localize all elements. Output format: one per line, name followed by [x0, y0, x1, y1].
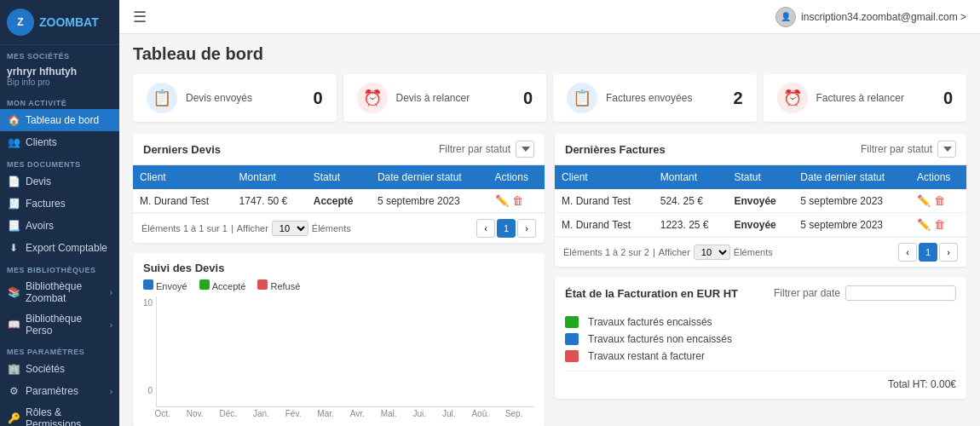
devis-col-actions: Actions [488, 165, 545, 189]
edit-icon2[interactable]: ✏️ [917, 194, 931, 207]
sidebar-item-avoirs[interactable]: 📃 Avoirs [0, 215, 119, 237]
factures-prev-page[interactable]: ‹ [898, 243, 917, 262]
devis-pagination-info: Éléments 1 à 1 sur 1 | Afficher 10 Éléme… [141, 221, 351, 236]
chart-area [156, 296, 534, 407]
factures-row-client: M. Durand Test [555, 213, 654, 237]
devis-prev-page[interactable]: ‹ [476, 219, 495, 238]
sidebar-label-devis: Devis [26, 176, 51, 187]
delete-icon[interactable]: 🗑 [512, 194, 523, 207]
billing-legend-1: Travaux facturés encaissés [565, 316, 956, 328]
factures-items-info: Éléments 1 à 2 sur 2 [563, 247, 649, 257]
billing-date-input[interactable] [845, 285, 956, 301]
factures-filter-row: Filtrer par statut [861, 141, 956, 158]
billing-filter-label: Filtrer par date [774, 287, 840, 299]
devis-envoyes-label-wrap: Devis envoyés [186, 92, 252, 104]
devis-page-1[interactable]: 1 [497, 219, 516, 238]
billing-title: État de la Facturation en EUR HT [565, 287, 738, 300]
etat-facturation-section: État de la Facturation en EUR HT Filtrer… [555, 277, 966, 399]
devis-relancer-label: Devis à relancer [396, 92, 470, 104]
devis-elements-label: Éléments [312, 223, 351, 233]
chart-container: 10 0 [143, 296, 534, 407]
main-area: ☰ 👤 inscription34.zoombat@gmail.com > Ta… [119, 0, 980, 426]
left-column: Derniers Devis Filtrer par statut Client… [133, 134, 545, 426]
billing-dot-1 [565, 316, 579, 328]
billing-dot-3 [565, 350, 579, 362]
sidebar-label-avoirs: Avoirs [26, 220, 54, 232]
devis-col-date: Date dernier statut [371, 165, 488, 189]
invoice-icon: 🧾 [7, 197, 20, 210]
factures-relancer-icon: ⏰ [777, 83, 808, 113]
derniers-devis-title: Derniers Devis [143, 143, 221, 156]
sidebar-label-tableau: Tableau de bord [26, 114, 99, 126]
edit-icon2[interactable]: ✏️ [917, 218, 931, 231]
company-name: yrhryr hfhutyh [7, 66, 112, 78]
delete-icon2[interactable]: 🗑 [934, 194, 945, 207]
chevron-right-icon3: › [110, 387, 112, 396]
devis-filter-row: Filtrer par statut [439, 141, 534, 158]
page-title: Tableau de bord [133, 44, 966, 64]
factures-filter-select[interactable] [937, 141, 956, 158]
factures-row-statut: Envoyée [727, 189, 793, 213]
factures-page-size-select[interactable]: 10 [694, 245, 730, 260]
devis-row-actions: ✏️ 🗑 [488, 189, 545, 213]
devis-row-client: M. Durand Test [133, 189, 233, 213]
factures-page-controls: ‹ 1 › [898, 243, 958, 262]
key-icon: 🔑 [7, 412, 20, 425]
section-label-documents: MES DOCUMENTS [0, 153, 119, 170]
devis-filter-select[interactable] [516, 141, 534, 158]
gear-icon: ⚙ [7, 384, 20, 398]
devis-relancer-icon: ⏰ [357, 83, 388, 113]
delete-icon2[interactable]: 🗑 [934, 218, 945, 231]
billing-header: État de la Facturation en EUR HT Filtrer… [565, 285, 956, 301]
factures-relancer-value: 0 [943, 89, 953, 108]
building-icon: 🏢 [7, 362, 20, 376]
legend-accepte: Accepté [199, 279, 246, 291]
suivi-devis-legend: Envoyé Accepté Refusé [143, 279, 534, 291]
factures-next-page[interactable]: › [939, 243, 958, 262]
billing-dot-2 [565, 333, 579, 345]
user-menu[interactable]: 👤 inscription34.zoombat@gmail.com > [775, 7, 966, 27]
factures-envoyees-label: Factures envoyées [606, 92, 692, 104]
chart-x-labels: Oct. Nov. Déc. Jan. Fév. Mar. Avr. Mai. … [143, 407, 534, 418]
sidebar: Z ZOOMBAT MES SOCIÉTÉS yrhryr hfhutyh Bi… [0, 0, 119, 426]
edit-icon[interactable]: ✏️ [495, 194, 509, 207]
file-icon: 📄 [7, 175, 20, 188]
sidebar-item-tableau-de-bord[interactable]: 🏠 Tableau de bord [0, 109, 119, 131]
dernieres-factures-section: Dernières Factures Filtrer par statut Cl… [555, 134, 966, 267]
content-area: Tableau de bord 📋 Devis envoyés 0 ⏰ Devi… [119, 34, 980, 426]
devis-pagination: Éléments 1 à 1 sur 1 | Afficher 10 Éléme… [133, 213, 545, 243]
devis-row-statut: Accepté [307, 189, 371, 213]
table-row: M. Durand Test 524. 25 € Envoyée 5 septe… [555, 189, 966, 213]
sidebar-item-roles[interactable]: 🔑 Rôles & Permissions [0, 402, 119, 426]
stat-card-devis-envoyes: 📋 Devis envoyés 0 [133, 74, 337, 122]
sidebar-item-clients[interactable]: 👥 Clients [0, 131, 119, 153]
devis-next-page[interactable]: › [517, 219, 536, 238]
sidebar-item-parametres[interactable]: ⚙ Paramètres › [0, 380, 119, 402]
sidebar-label-export: Export Comptable [26, 242, 107, 254]
factures-row-actions: ✏️ 🗑 [910, 213, 966, 237]
factures-relancer-label: Factures à relancer [816, 92, 904, 104]
sidebar-item-devis[interactable]: 📄 Devis [0, 170, 119, 193]
factures-pagination: Éléments 1 à 2 sur 2 | Afficher 10 Éléme… [555, 237, 966, 267]
factures-col-statut: Statut [727, 165, 793, 189]
sidebar-label-parametres: Paramètres [26, 385, 78, 397]
billing-label-3: Travaux restant à facturer [588, 350, 705, 362]
factures-page-1[interactable]: 1 [919, 243, 937, 262]
stat-card-factures-envoyees: 📋 Factures envoyées 2 [553, 74, 757, 122]
hamburger-button[interactable]: ☰ [133, 8, 147, 26]
sidebar-label-biblio-zoombat: Bibliothèque Zoombat [26, 280, 105, 304]
factures-col-date: Date dernier statut [793, 165, 910, 189]
devis-page-size-select[interactable]: 10 [272, 221, 308, 236]
devis-items-info: Éléments 1 à 1 sur 1 [141, 223, 228, 233]
sidebar-item-biblio-zoombat[interactable]: 📚 Bibliothèque Zoombat › [0, 276, 119, 308]
sidebar-item-societes[interactable]: 🏢 Sociétés [0, 358, 119, 380]
sidebar-item-export-comptable[interactable]: ⬇ Export Comptable [0, 237, 119, 259]
user-email: inscription34.zoombat@gmail.com > [801, 11, 966, 23]
sidebar-item-factures[interactable]: 🧾 Factures [0, 193, 119, 215]
logo-icon: Z [7, 9, 34, 36]
factures-row-date: 5 septembre 2023 [793, 213, 910, 237]
factures-afficher-label: Afficher [659, 247, 690, 257]
sidebar-label-roles: Rôles & Permissions [26, 406, 112, 426]
factures-row-montant: 524. 25 € [654, 189, 728, 213]
sidebar-item-biblio-perso[interactable]: 📖 Bibliothèque Perso › [0, 308, 119, 341]
